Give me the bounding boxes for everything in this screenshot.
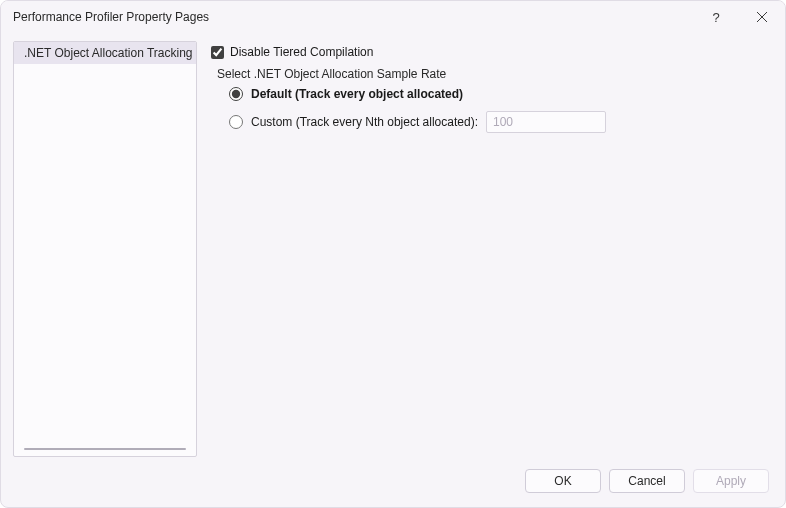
sidebar-item-label: .NET Object Allocation Tracking <box>24 46 193 60</box>
option-custom-label: Custom (Track every Nth object allocated… <box>251 115 478 129</box>
close-button[interactable] <box>739 1 785 33</box>
settings-panel: Disable Tiered Compilation Select .NET O… <box>207 41 773 457</box>
dialog-footer: OK Cancel Apply <box>1 457 785 507</box>
option-default-label: Default (Track every object allocated) <box>251 87 463 101</box>
category-sidebar: .NET Object Allocation Tracking <box>13 41 197 457</box>
horizontal-scrollbar[interactable] <box>24 448 186 450</box>
disable-tiered-checkbox[interactable] <box>211 46 224 59</box>
content-area: .NET Object Allocation Tracking Disable … <box>1 33 785 457</box>
option-default-row[interactable]: Default (Track every object allocated) <box>229 87 769 101</box>
sidebar-list: .NET Object Allocation Tracking <box>14 42 196 456</box>
dialog-title: Performance Profiler Property Pages <box>13 10 693 24</box>
option-default-radio[interactable] <box>229 87 243 101</box>
sidebar-item-net-object-allocation[interactable]: .NET Object Allocation Tracking <box>14 42 196 64</box>
cancel-button[interactable]: Cancel <box>609 469 685 493</box>
disable-tiered-label: Disable Tiered Compilation <box>230 45 373 59</box>
apply-button[interactable]: Apply <box>693 469 769 493</box>
option-custom-radio[interactable] <box>229 115 243 129</box>
option-custom-row: Custom (Track every Nth object allocated… <box>229 111 769 133</box>
help-icon: ? <box>712 10 719 25</box>
titlebar: Performance Profiler Property Pages ? <box>1 1 785 33</box>
ok-button[interactable]: OK <box>525 469 601 493</box>
disable-tiered-row[interactable]: Disable Tiered Compilation <box>211 45 769 59</box>
sample-rate-section-label: Select .NET Object Allocation Sample Rat… <box>217 67 769 81</box>
property-pages-dialog: Performance Profiler Property Pages ? .N… <box>0 0 786 508</box>
close-icon <box>757 12 767 22</box>
custom-n-input[interactable] <box>486 111 606 133</box>
help-button[interactable]: ? <box>693 1 739 33</box>
